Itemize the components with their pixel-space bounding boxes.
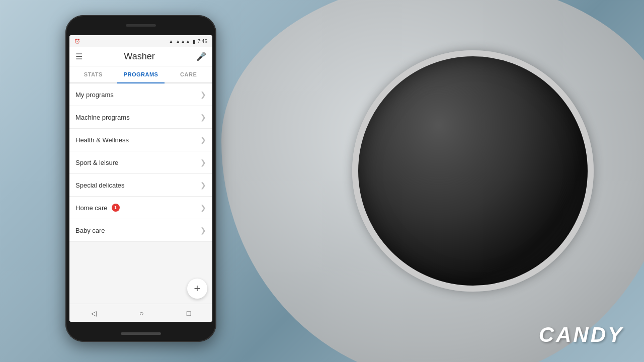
phone-speaker bbox=[126, 24, 156, 27]
candy-logo: CANDY bbox=[539, 323, 624, 347]
home-care-badge: 1 bbox=[112, 204, 120, 212]
tab-programs[interactable]: PROGRAMS bbox=[117, 66, 165, 83]
menu-item-sport-leisure-left: Sport & leisure bbox=[75, 159, 118, 166]
sport-leisure-label: Sport & leisure bbox=[75, 159, 118, 166]
chevron-down-icon: ❯ bbox=[200, 158, 206, 166]
menu-item-home-care-left: Home care 1 bbox=[75, 204, 120, 212]
chevron-down-icon: ❯ bbox=[200, 136, 206, 144]
phone-screen: ⏰ ▲ ▲▲▲ ▮ 7:46 ☰ Washer 🎤 STATS PROGRAMS… bbox=[69, 35, 212, 322]
chevron-down-icon: ❯ bbox=[200, 113, 206, 121]
special-delicates-label: Special delicates bbox=[75, 182, 125, 189]
phone-container: ⏰ ▲ ▲▲▲ ▮ 7:46 ☰ Washer 🎤 STATS PROGRAMS… bbox=[65, 15, 216, 342]
battery-icon: ▮ bbox=[193, 39, 196, 44]
status-bar: ⏰ ▲ ▲▲▲ ▮ 7:46 bbox=[69, 35, 212, 47]
machine-programs-label: Machine programs bbox=[75, 114, 130, 121]
alarm-icon: ⏰ bbox=[74, 39, 80, 44]
tab-care[interactable]: CARE bbox=[165, 66, 212, 82]
hamburger-menu-icon[interactable]: ☰ bbox=[75, 52, 83, 61]
chevron-down-icon: ❯ bbox=[200, 226, 206, 234]
baby-care-label: Baby care bbox=[75, 227, 105, 234]
list-item[interactable]: Home care 1 ❯ bbox=[69, 197, 212, 219]
my-programs-label: My programs bbox=[75, 91, 114, 99]
status-time: 7:46 bbox=[198, 39, 207, 44]
list-item[interactable]: Sport & leisure ❯ bbox=[69, 151, 212, 174]
microphone-icon[interactable]: 🎤 bbox=[196, 52, 206, 61]
list-item[interactable]: Special delicates ❯ bbox=[69, 174, 212, 197]
fab-area: + bbox=[69, 274, 212, 304]
home-button[interactable]: ○ bbox=[139, 309, 143, 317]
washer-drum bbox=[352, 50, 594, 292]
menu-item-special-delicates-left: Special delicates bbox=[75, 182, 125, 189]
status-bar-left: ⏰ bbox=[74, 39, 80, 44]
menu-item-machine-programs-left: Machine programs bbox=[75, 114, 130, 121]
app-header: ☰ Washer 🎤 bbox=[69, 47, 212, 66]
wifi-icon: ▲ bbox=[169, 39, 174, 44]
chevron-down-icon: ❯ bbox=[200, 204, 206, 212]
back-button[interactable]: ◁ bbox=[91, 309, 97, 317]
app-title: Washer bbox=[124, 51, 154, 62]
tab-stats[interactable]: STATS bbox=[69, 66, 117, 82]
android-nav-bar: ◁ ○ □ bbox=[69, 304, 212, 322]
menu-item-my-programs-left: My programs bbox=[75, 91, 114, 99]
recent-apps-button[interactable]: □ bbox=[187, 309, 191, 317]
menu-list: My programs ❯ Machine programs ❯ Health … bbox=[69, 83, 212, 274]
health-wellness-label: Health & Wellness bbox=[75, 136, 129, 144]
add-button[interactable]: + bbox=[187, 279, 207, 299]
list-item[interactable]: Health & Wellness ❯ bbox=[69, 129, 212, 151]
phone-bottom-bar bbox=[121, 332, 161, 335]
list-item[interactable]: Machine programs ❯ bbox=[69, 106, 212, 129]
menu-item-health-wellness-left: Health & Wellness bbox=[75, 136, 129, 144]
menu-item-baby-care-left: Baby care bbox=[75, 227, 105, 234]
home-care-label: Home care bbox=[75, 204, 108, 212]
list-item[interactable]: Baby care ❯ bbox=[69, 219, 212, 242]
chevron-down-icon: ❯ bbox=[200, 181, 206, 189]
chevron-down-icon: ❯ bbox=[200, 90, 206, 99]
signal-icon: ▲▲▲ bbox=[176, 39, 191, 44]
tab-bar: STATS PROGRAMS CARE bbox=[69, 66, 212, 83]
list-item[interactable]: My programs ❯ bbox=[69, 83, 212, 106]
